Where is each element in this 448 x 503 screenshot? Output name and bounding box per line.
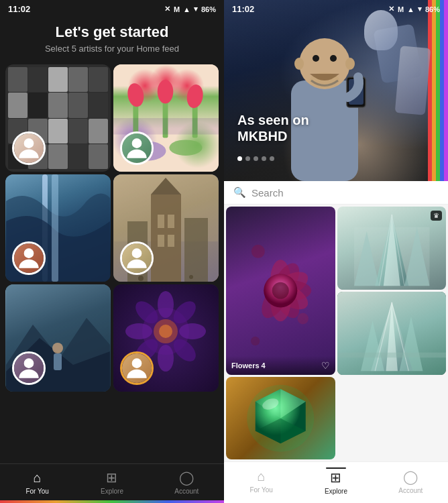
x-icon: ✕ [164,5,170,13]
signal-icon-r: ▲ [407,5,414,13]
m-icon: M [174,5,180,13]
svg-point-4 [158,80,174,103]
search-icon: 🔍 [233,186,246,199]
svg-rect-22 [184,218,208,282]
gem-design [226,377,335,459]
dot-4[interactable] [262,156,266,161]
crystal2-svg [337,292,447,375]
artist-card-6[interactable] [113,284,219,392]
hero-person [258,18,392,181]
card-label-flowers: Flowers 4 [231,361,266,370]
crystal-building [337,207,447,290]
color-bar-purple [444,0,448,181]
artist-card-5[interactable] [5,284,111,392]
svg-point-43 [132,358,142,368]
flower-svg [226,207,335,375]
crystal2-bg [337,292,447,375]
card-label-overlay-flowers: Flowers 4 ♡ [226,356,335,375]
svg-point-0 [24,138,34,148]
svg-point-2 [126,82,146,108]
svg-point-8 [169,139,202,156]
dot-2[interactable] [245,156,250,161]
nav-label-account: Account [174,488,199,495]
svg-rect-79 [337,352,447,357]
svg-rect-30 [54,353,62,370]
svg-point-24 [189,275,193,279]
home-icon: ⌂ [34,470,42,486]
svg-point-52 [330,55,337,62]
status-icons-right: ✕ M ▲ ▾ 86% [388,5,440,13]
header-section: Let's get started Select 5 artists for y… [0,17,224,64]
left-panel: 11:02 ✕ M ▲ ▾ 86% Let's get started Sele… [0,0,224,503]
right-nav-label-for-you: For You [249,486,272,494]
artist-grid [0,64,224,463]
svg-rect-15 [151,194,181,282]
gem-svg [226,377,335,459]
right-nav-item-account[interactable]: ◯ Account [374,469,448,494]
crystal-svg [337,207,447,290]
svg-point-49 [294,58,304,70]
svg-point-63 [251,245,265,258]
right-account-icon: ◯ [403,469,418,485]
svg-point-64 [297,313,309,325]
nav-item-for-you[interactable]: ⌂ For You [0,470,74,495]
svg-point-35 [179,323,206,339]
svg-rect-9 [113,118,219,135]
svg-rect-20 [168,235,174,247]
nav-label-for-you: For You [25,488,48,495]
flower-design [226,207,335,375]
time-left: 11:02 [8,4,30,14]
color-accent-bar [0,500,224,503]
artist-card-3[interactable] [5,174,111,282]
right-explore-icon: ⊞ [330,469,341,486]
time-right: 11:02 [232,4,254,14]
status-bar-right: 11:02 ✕ M ▲ ▾ 86% [224,0,448,17]
header-title: Let's get started [13,23,211,41]
wallpaper-card-crystal2[interactable] [337,292,447,375]
dot-5[interactable] [270,156,274,161]
right-panel: 11:02 ✕ M ▲ ▾ 86% [224,0,448,503]
svg-rect-19 [158,235,164,247]
crown-badge: ♛ [431,211,442,221]
svg-point-50 [345,58,355,70]
svg-point-6 [185,83,205,109]
wallpaper-card-gem[interactable] [226,377,335,459]
artist-card-2[interactable] [113,64,219,172]
header-subtitle: Select 5 artists for your Home feed [13,44,211,54]
svg-point-39 [125,323,152,339]
heart-icon-flowers[interactable]: ♡ [321,360,330,371]
artist-card-4[interactable] [113,174,219,282]
m-icon-r: M [398,5,404,13]
explore-active-bar [326,467,346,469]
nav-item-explore[interactable]: ⊞ Explore [74,469,149,495]
wallpaper-card-flowers[interactable]: Flowers 4 ♡ [226,207,335,375]
wallpaper-card-crystal[interactable]: ♛ [337,207,447,290]
hero-section: As seen on MKBHD [224,0,448,181]
artist-avatar-2 [120,131,154,165]
svg-point-51 [313,55,319,62]
svg-point-62 [272,282,289,299]
dot-1[interactable] [237,156,242,161]
right-nav-item-for-you[interactable]: ⌂ For You [224,469,298,494]
artist-avatar-3 [12,241,46,275]
nav-item-account[interactable]: ◯ Account [150,469,224,495]
search-bar[interactable]: 🔍 Search [224,181,448,205]
right-nav-label-account: Account [398,487,423,494]
account-icon: ◯ [179,469,194,486]
status-bar-left: 11:02 ✕ M ▲ ▾ 86% [0,0,224,17]
artist-avatar-6 [120,351,154,385]
svg-point-65 [251,337,260,345]
signal-icon: ▲ [183,5,190,13]
explore-icon: ⊞ [106,469,117,486]
dot-3[interactable] [254,156,258,161]
artist-card-1[interactable] [5,64,111,172]
hero-dots [237,156,274,161]
wifi-icon: ▾ [194,5,198,13]
battery-right: 86% [425,5,440,13]
right-home-icon: ⌂ [258,469,266,484]
wifi-icon-r: ▾ [418,5,422,13]
right-nav-item-explore[interactable]: ⊞ Explore [298,467,373,495]
svg-point-29 [52,343,63,353]
color-bars [428,0,448,181]
person-svg [268,23,382,181]
